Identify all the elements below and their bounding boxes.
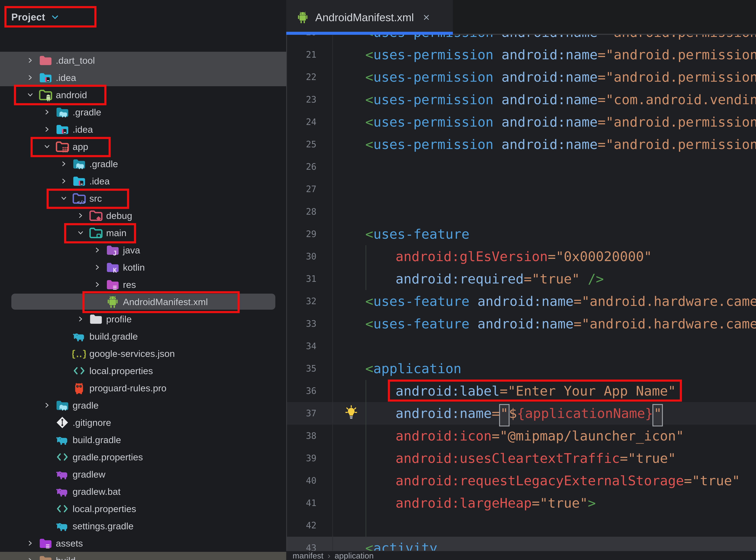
- chevron-right-icon[interactable]: [44, 402, 50, 409]
- line-number[interactable]: 41: [286, 492, 316, 514]
- code-line-31[interactable]: 31android:required="true" />: [286, 267, 756, 290]
- tree-item-proguard-rules-pro[interactable]: proguard-rules.pro: [0, 379, 286, 397]
- chevron-right-icon[interactable]: [27, 74, 34, 81]
- code-line-23[interactable]: 23<uses-permission android:name="com.and…: [286, 88, 756, 111]
- chevron-down-icon[interactable]: [44, 143, 50, 150]
- tree-expand-arrow[interactable]: [89, 259, 106, 276]
- code-line-29[interactable]: 29<uses-feature: [286, 223, 756, 245]
- tree-expand-arrow[interactable]: [72, 311, 89, 328]
- tree-item-gradlew[interactable]: gradlew: [0, 466, 286, 483]
- tree-expand-arrow[interactable]: [22, 552, 39, 560]
- tree-expand-arrow[interactable]: [22, 86, 39, 103]
- code-line-39[interactable]: 39android:usesCleartextTraffic="true": [286, 447, 756, 469]
- breadcrumb-manifest[interactable]: manifest: [292, 551, 323, 560]
- code-line-33[interactable]: 33<uses-feature android:name="android.ha…: [286, 313, 756, 335]
- line-number[interactable]: 31: [286, 267, 316, 290]
- tree-item-gradle[interactable]: gradle: [0, 397, 286, 414]
- chevron-right-icon[interactable]: [77, 316, 84, 322]
- tree-item-build[interactable]: build: [0, 552, 286, 560]
- line-number[interactable]: 25: [286, 133, 316, 156]
- tree-item-google-services-json[interactable]: {‥}google-services.json: [0, 345, 286, 362]
- tree-expand-arrow[interactable]: [72, 207, 89, 224]
- tree-item--gradle[interactable]: .gradle: [0, 103, 286, 121]
- tree-expand-arrow[interactable]: [22, 535, 39, 552]
- tree-expand-arrow[interactable]: [72, 224, 89, 241]
- code-line-24[interactable]: 24<uses-permission android:name="android…: [286, 111, 756, 133]
- tree-item-java[interactable]: Jjava: [0, 241, 286, 259]
- tree-expand-arrow[interactable]: [39, 138, 55, 155]
- tree-expand-arrow[interactable]: [39, 121, 55, 138]
- code-line-22[interactable]: 22<uses-permission android:name="android…: [286, 66, 756, 88]
- chevron-right-icon[interactable]: [60, 178, 67, 184]
- chevron-right-icon[interactable]: [44, 108, 50, 116]
- tree-item-build-gradle[interactable]: build.gradle: [0, 328, 286, 345]
- code-line-37[interactable]: 37android:name="${applicationName}": [286, 402, 756, 425]
- tree-item-build-gradle[interactable]: build.gradle: [0, 431, 286, 448]
- chevron-down-icon[interactable]: [77, 229, 84, 236]
- panel-divider[interactable]: [286, 0, 287, 560]
- line-number[interactable]: 28: [286, 200, 316, 223]
- intention-bulb-icon[interactable]: [344, 405, 359, 421]
- line-number[interactable]: 24: [286, 111, 316, 133]
- editor-area[interactable]: 20<uses-permission android:name="android…: [286, 0, 756, 560]
- line-number[interactable]: 22: [286, 66, 316, 88]
- line-number[interactable]: 29: [286, 223, 316, 245]
- tree-item-local-properties[interactable]: local.properties: [0, 362, 286, 379]
- code-line-41[interactable]: 41android:largeHeap="true">: [286, 492, 756, 514]
- chevron-right-icon[interactable]: [27, 540, 34, 547]
- tree-item--idea[interactable]: .idea: [0, 121, 286, 138]
- tree-item-assets[interactable]: ≡assets: [0, 535, 286, 552]
- line-number[interactable]: 39: [286, 447, 316, 469]
- tree-item-gradlew-bat[interactable]: gradlew.bat: [0, 483, 286, 500]
- chevron-right-icon[interactable]: [44, 126, 50, 133]
- tree-expand-arrow[interactable]: [56, 155, 72, 173]
- tree-item-gradle-properties[interactable]: gradle.properties: [0, 448, 286, 466]
- chevron-down-icon[interactable]: [27, 92, 34, 98]
- tree-item-local-properties[interactable]: local.properties: [0, 500, 286, 517]
- code-line-42[interactable]: 42: [286, 514, 756, 537]
- code-line-38[interactable]: 38android:icon="@mipmap/launcher_icon": [286, 425, 756, 447]
- line-number[interactable]: 37: [286, 402, 316, 425]
- tree-item--idea[interactable]: .idea: [0, 69, 286, 86]
- chevron-right-icon[interactable]: [94, 246, 101, 254]
- line-number[interactable]: 35: [286, 357, 316, 380]
- code-line-27[interactable]: 27: [286, 178, 756, 200]
- line-number[interactable]: 36: [286, 380, 316, 402]
- tree-item--dart-tool[interactable]: .dart_tool: [0, 52, 286, 69]
- code-line-32[interactable]: 32<uses-feature android:name="android.ha…: [286, 290, 756, 313]
- line-number[interactable]: 34: [286, 335, 316, 357]
- tree-item-main[interactable]: main: [0, 224, 286, 241]
- line-number[interactable]: 30: [286, 245, 316, 268]
- tree-expand-arrow[interactable]: [56, 173, 72, 190]
- close-icon[interactable]: [422, 13, 431, 22]
- tree-item-profile[interactable]: profile: [0, 311, 286, 328]
- line-number[interactable]: 40: [286, 469, 316, 492]
- code-line-25[interactable]: 25<uses-permission android:name="android…: [286, 133, 756, 156]
- line-number[interactable]: 23: [286, 88, 316, 111]
- code-line-40[interactable]: 40android:requestLegacyExternalStorage="…: [286, 469, 756, 492]
- tree-item-src[interactable]: </>src: [0, 190, 286, 207]
- chevron-down-icon[interactable]: [60, 195, 67, 202]
- code-line-35[interactable]: 35<application: [286, 357, 756, 380]
- breadcrumb-application[interactable]: application: [334, 551, 374, 560]
- tree-expand-arrow[interactable]: [22, 69, 39, 86]
- tree-item-androidmanifest-xml[interactable]: AndroidManifest.xml: [0, 293, 286, 311]
- line-number[interactable]: 21: [286, 43, 316, 66]
- tree-expand-arrow[interactable]: [89, 241, 106, 259]
- tree-item-kotlin[interactable]: Kkotlin: [0, 259, 286, 276]
- code-line-28[interactable]: 28: [286, 200, 756, 223]
- tree-item--gradle[interactable]: .gradle: [0, 155, 286, 173]
- line-number[interactable]: 27: [286, 178, 316, 200]
- tree-item-android[interactable]: android: [0, 86, 286, 103]
- tree-expand-arrow[interactable]: [56, 190, 72, 207]
- project-view-dropdown[interactable]: Project: [11, 7, 59, 27]
- code-line-26[interactable]: 26: [286, 156, 756, 178]
- line-number[interactable]: 26: [286, 156, 316, 178]
- tree-item-settings-gradle[interactable]: settings.gradle: [0, 517, 286, 535]
- tree-expand-arrow[interactable]: [39, 103, 55, 121]
- tree-item-debug[interactable]: debug: [0, 207, 286, 224]
- code-line-30[interactable]: 30android:glEsVersion="0x00020000": [286, 245, 756, 268]
- chevron-right-icon[interactable]: [94, 281, 101, 288]
- code-line-34[interactable]: 34: [286, 335, 756, 357]
- chevron-right-icon[interactable]: [60, 160, 67, 167]
